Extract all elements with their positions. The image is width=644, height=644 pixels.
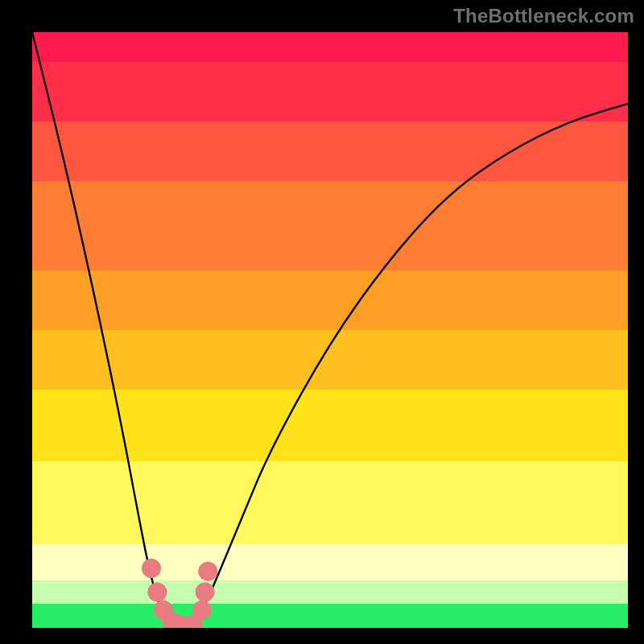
curve-marker xyxy=(192,601,212,620)
bottleneck-curve xyxy=(32,32,628,628)
watermark-text: TheBottleneck.com xyxy=(453,5,634,27)
curve-marker xyxy=(147,583,167,602)
curve-marker xyxy=(142,559,161,578)
curve-marker xyxy=(198,562,217,581)
plot-area xyxy=(32,32,628,628)
curve-layer xyxy=(32,32,628,628)
marker-group xyxy=(142,559,217,628)
curve-marker xyxy=(196,583,215,602)
chart-frame: TheBottleneck.com xyxy=(0,0,644,644)
